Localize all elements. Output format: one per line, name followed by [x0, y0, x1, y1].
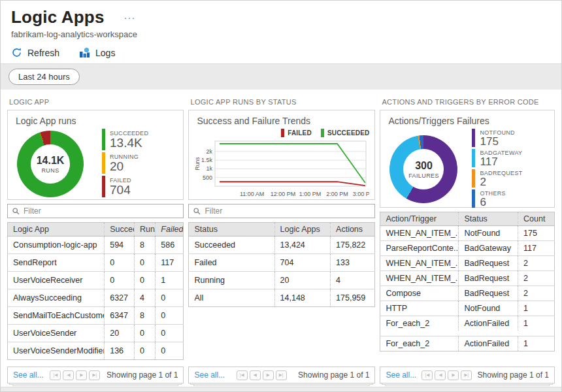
- chart-legend-entry[interactable]: SUCCEEDED: [321, 128, 370, 138]
- column-header[interactable]: Runn: [135, 223, 156, 237]
- pager-next-button[interactable]: ▶: [76, 370, 87, 380]
- bottom-band: [1, 387, 561, 391]
- legend-entry[interactable]: SUCCEEDED13.4K: [102, 129, 148, 150]
- section-title-error-codes: ACTIONS AND TRIGGERS BY ERROR CODE: [380, 95, 555, 110]
- failures-card: Actions/Triggers Failures 300 FAILURES N…: [380, 110, 555, 208]
- legend-label: OTHERS: [480, 190, 505, 197]
- table-row[interactable]: Succeeded13,424175,822: [189, 237, 375, 254]
- table-row[interactable]: HTTPNotFound1: [380, 301, 555, 316]
- donut-center-label: FAILURES: [408, 172, 439, 179]
- time-range-pill[interactable]: Last 24 hours: [8, 69, 80, 85]
- trend-chart-legend: FAILEDSUCCEEDED: [194, 128, 369, 138]
- refresh-icon: [11, 47, 22, 58]
- legend-label: FAILED: [288, 129, 312, 137]
- column-header[interactable]: Actions: [331, 223, 375, 237]
- svg-text:11:00 AM: 11:00 AM: [240, 191, 264, 197]
- legend-entry[interactable]: BADREQUEST2: [472, 169, 522, 188]
- table-row[interactable]: For_each_2ActionFailed1: [380, 316, 555, 331]
- donut-center-label: RUNS: [41, 167, 59, 174]
- pager-last-button[interactable]: ▶|: [89, 370, 100, 380]
- legend-entry[interactable]: NOTFOUND175: [472, 129, 522, 147]
- failures-donut-chart[interactable]: 300 FAILURES: [389, 135, 457, 203]
- panel-runs-by-status: LOGIC APP RUNS BY STATUS Success and Fai…: [188, 95, 375, 386]
- svg-text:1:00 PM: 1:00 PM: [299, 191, 322, 197]
- legend-entry[interactable]: RUNNING20: [102, 152, 148, 174]
- see-all-link[interactable]: See all...: [386, 370, 416, 380]
- svg-text:2k: 2k: [207, 148, 213, 155]
- legend-value: 6: [480, 197, 505, 208]
- table-row[interactable]: ComposeBadRequest2: [380, 286, 555, 301]
- page-indicator: Showing page 1 of 1: [298, 370, 369, 380]
- table-row[interactable]: WHEN_AN_ITEM_...NotFound175: [380, 226, 555, 241]
- table-row[interactable]: AlwaysSucceeding632740: [8, 289, 184, 307]
- time-range-bar: Last 24 hours: [1, 63, 561, 90]
- trends-card: Success and Failure Trends FAILEDSUCCEED…: [188, 110, 375, 200]
- status-filter: [188, 204, 375, 218]
- table-row[interactable]: WHEN_AN_ITEM_...BadRequest2: [380, 256, 555, 271]
- pager-last-button[interactable]: ▶|: [461, 370, 472, 380]
- success-failure-trend-chart[interactable]: 5001k1.5k2kRuns11:00 AM12:00 PM1:00 PM2:…: [194, 138, 369, 201]
- column-header[interactable]: Status: [189, 223, 274, 237]
- table-row[interactable]: ParseReportConte...BadGateway117: [380, 241, 555, 256]
- table-row[interactable]: UserVoiceSenderModifier13600: [8, 342, 184, 360]
- table-row[interactable]: Running204: [189, 272, 375, 289]
- failures-donut-legend: NOTFOUND175BADGATEWAY117BADREQUEST2OTHER…: [472, 129, 522, 210]
- legend-label: BADGATEWAY: [480, 150, 522, 156]
- table-row[interactable]: UserVoiceReceiver001: [8, 272, 184, 289]
- chart-legend-entry[interactable]: FAILED: [281, 128, 312, 138]
- legend-label: NOTFOUND: [480, 129, 514, 136]
- filter-input[interactable]: [24, 206, 178, 216]
- table-row[interactable]: WHEN_AN_ITEM_...BadRequest2: [380, 271, 555, 286]
- svg-text:2:00 PM: 2:00 PM: [327, 191, 349, 197]
- pager-first-button[interactable]: |◀: [237, 370, 248, 380]
- table-row[interactable]: Failed704133: [189, 254, 375, 272]
- table-row[interactable]: All14,148175,959: [189, 289, 375, 307]
- pager: |◀◀▶▶|: [237, 370, 287, 380]
- row-gap: [380, 331, 555, 336]
- pager-prev-button[interactable]: ◀: [250, 370, 261, 380]
- page-indicator: Showing page 1 of 1: [478, 370, 549, 380]
- table-row[interactable]: SendMailToEachCustomer634780: [8, 307, 184, 325]
- section-title-runs-by-status: LOGIC APP RUNS BY STATUS: [188, 95, 375, 110]
- logic-apps-dashboard: Logic Apps ··· fabrikam-log-analytics-wo…: [0, 0, 562, 392]
- refresh-button[interactable]: Refresh: [11, 47, 59, 58]
- pager-last-button[interactable]: ▶|: [276, 370, 287, 380]
- legend-label: BADREQUEST: [480, 170, 522, 176]
- legend-entry[interactable]: BADGATEWAY117: [472, 149, 522, 167]
- pager-prev-button[interactable]: ◀: [63, 370, 74, 380]
- pager-prev-button[interactable]: ◀: [435, 370, 446, 380]
- column-header[interactable]: Logic App: [8, 223, 105, 237]
- legend-color-bar: [321, 129, 324, 137]
- panel-logic-app: LOGIC APP Logic App runs 14.1K RUNS SUCC…: [7, 95, 184, 386]
- table-row[interactable]: For_each_2ActionFailed1: [380, 336, 555, 351]
- legend-entry[interactable]: OTHERS6: [472, 189, 522, 208]
- page-indicator: Showing page 1 of 1: [107, 370, 178, 380]
- pager-next-button[interactable]: ▶: [448, 370, 459, 380]
- svg-text:1k: 1k: [207, 165, 213, 172]
- column-header[interactable]: Count: [518, 212, 555, 226]
- section-title-logic-app: LOGIC APP: [7, 95, 184, 110]
- pager-first-button[interactable]: |◀: [422, 370, 433, 380]
- overflow-menu-button[interactable]: ···: [124, 14, 136, 21]
- column-header[interactable]: Failed: [156, 223, 184, 237]
- donut-center: 300 FAILURES: [403, 149, 444, 189]
- logs-button[interactable]: Logs: [79, 47, 115, 58]
- pager-first-button[interactable]: |◀: [50, 370, 61, 380]
- logic-app-table: Logic AppSucceeRunnFailedConsumption-log…: [7, 222, 184, 360]
- pager: |◀◀▶▶|: [422, 370, 472, 380]
- legend-entry[interactable]: FAILED704: [102, 176, 148, 197]
- legend-color-bar: [281, 129, 284, 137]
- card-title-failures: Actions/Triggers Failures: [380, 110, 554, 127]
- see-all-link[interactable]: See all...: [194, 370, 225, 380]
- pager-next-button[interactable]: ▶: [263, 370, 274, 380]
- column-header[interactable]: Status: [459, 212, 518, 226]
- see-all-link[interactable]: See all...: [13, 370, 44, 380]
- table-row[interactable]: Consumption-logic-app5948586: [8, 237, 184, 254]
- filter-input[interactable]: [205, 206, 370, 216]
- column-header[interactable]: Succee: [105, 223, 135, 237]
- table-row[interactable]: SendReport00117: [8, 254, 184, 272]
- table-row[interactable]: UserVoiceSender2000: [8, 325, 184, 342]
- column-header[interactable]: Action/Trigger: [380, 212, 459, 226]
- logic-app-runs-donut-chart[interactable]: 14.1K RUNS: [17, 131, 84, 197]
- column-header[interactable]: Logic Apps: [274, 223, 331, 237]
